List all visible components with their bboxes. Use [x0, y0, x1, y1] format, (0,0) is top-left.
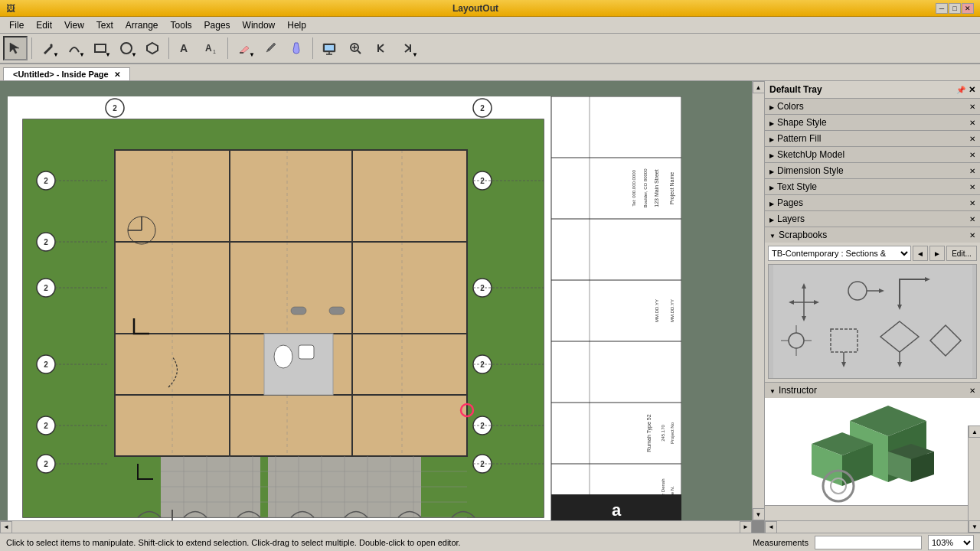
right-panel-hscroll[interactable]: ◄ ► — [765, 520, 980, 533]
colors-close-button[interactable]: ✕ — [969, 103, 975, 111]
pan-right-button[interactable]: ▼ — [395, 36, 420, 60]
vertical-scrollbar[interactable]: ▲ ▼ — [752, 81, 764, 520]
shape-style-close-button[interactable]: ✕ — [969, 119, 975, 127]
document-tab[interactable]: <Untitled> - Inside Page ✕ — [3, 67, 130, 80]
layers-section-header[interactable]: ▶Layers ✕ — [765, 211, 980, 227]
sketchup-section-header[interactable]: ▶SketchUp Model ✕ — [765, 147, 980, 162]
right-scroll-track[interactable] — [969, 438, 980, 520]
pencil-tool-button[interactable]: ▼ — [36, 36, 60, 60]
svg-rect-78 — [329, 307, 345, 315]
svg-text:Tel: 000.000.0000: Tel: 000.000.0000 — [632, 169, 636, 206]
arc-tool-button[interactable]: ▼ — [62, 36, 87, 60]
svg-text:2: 2 — [480, 104, 485, 112]
eraser-tool-button[interactable]: ▼ — [232, 36, 256, 60]
panel-close-button[interactable]: ✕ — [969, 85, 975, 95]
pattern-fill-triangle-icon: ▶ — [769, 136, 774, 143]
svg-text:2: 2 — [44, 177, 48, 185]
instructor-section-header[interactable]: ▼Instructor ✕ — [765, 383, 980, 398]
right-scroll-up[interactable]: ▲ — [969, 425, 980, 438]
scaled-text-tool-button[interactable]: A1 — [199, 36, 224, 60]
svg-rect-136 — [773, 264, 972, 379]
tab-close-button[interactable]: ✕ — [114, 70, 120, 79]
dimension-style-close-button[interactable]: ✕ — [969, 167, 975, 175]
svg-rect-53 — [230, 242, 352, 334]
menu-text[interactable]: Text — [90, 18, 119, 32]
layers-label: Layers — [777, 214, 805, 224]
zoom-tool-button[interactable] — [343, 36, 368, 60]
pan-left-button[interactable] — [369, 36, 394, 60]
svg-text:2: 2 — [113, 104, 117, 112]
scrapbooks-edit-button[interactable]: Edit... — [946, 246, 977, 261]
text-tool-button[interactable]: A — [173, 36, 198, 60]
shape-style-section-header[interactable]: ▶Shape Style ✕ — [765, 115, 980, 130]
pages-section-header[interactable]: ▶Pages ✕ — [765, 195, 980, 210]
menu-arrange[interactable]: Arrange — [119, 18, 165, 32]
svg-rect-46 — [115, 119, 467, 150]
drawing-canvas[interactable]: Project Name 123 Main Street Boulder, CO… — [0, 81, 752, 520]
panel-pin-button[interactable]: 📌 — [956, 86, 965, 94]
tray-section-sketchup: ▶SketchUp Model ✕ — [765, 147, 980, 163]
polygon-tool-button[interactable] — [140, 36, 165, 60]
menu-view[interactable]: View — [58, 18, 90, 32]
shape-style-triangle-icon: ▶ — [769, 120, 774, 127]
eyedropper-tool-button[interactable] — [258, 36, 283, 60]
title-bar: 🖼 LayoutOut ─ □ ✕ — [0, 0, 980, 17]
menu-window[interactable]: Window — [237, 18, 282, 32]
menu-help[interactable]: Help — [281, 18, 312, 32]
measurements-input[interactable] — [815, 536, 922, 549]
svg-text:2: 2 — [480, 177, 485, 185]
maximize-button[interactable]: □ — [949, 3, 961, 14]
scrapbooks-label: Scrapbooks — [779, 230, 827, 240]
menu-edit[interactable]: Edit — [30, 18, 58, 32]
sketchup-close-button[interactable]: ✕ — [969, 151, 975, 159]
tray-section-pages: ▶Pages ✕ — [765, 195, 980, 211]
svg-line-12 — [358, 51, 361, 54]
svg-text:a: a — [612, 500, 622, 520]
scrapbooks-dropdown[interactable]: TB-Contemporary : Sections & TB-Classic — [768, 246, 911, 261]
window-controls[interactable]: ─ □ ✕ — [936, 3, 974, 14]
svg-text:Rumah Type 52: Rumah Type 52 — [646, 414, 652, 452]
scroll-right-button[interactable]: ► — [740, 521, 752, 533]
menu-pages[interactable]: Pages — [198, 18, 237, 32]
fill-tool-button[interactable] — [284, 36, 309, 60]
text-style-triangle-icon: ▶ — [769, 184, 774, 191]
select-tool-button[interactable] — [3, 36, 28, 60]
scroll-up-button[interactable]: ▲ — [753, 81, 765, 93]
dimension-style-section-header[interactable]: ▶Dimension Style ✕ — [765, 163, 980, 178]
pattern-fill-label: Pattern Fill — [777, 133, 821, 144]
circle-tool-button[interactable]: ▼ — [114, 36, 139, 60]
instructor-content — [765, 398, 980, 505]
scrapbooks-next-button[interactable]: ► — [929, 246, 945, 261]
instructor-close-button[interactable]: ✕ — [969, 386, 975, 395]
scrapbooks-prev-button[interactable]: ◄ — [913, 246, 928, 261]
minimize-button[interactable]: ─ — [936, 3, 948, 14]
menu-tools[interactable]: Tools — [165, 18, 198, 32]
horizontal-scrollbar[interactable]: ◄ ► — [0, 520, 752, 533]
svg-text:2: 2 — [44, 284, 48, 292]
zoom-select[interactable]: 103% 100% 75% 50% — [928, 535, 974, 550]
right-hscroll-left[interactable]: ◄ — [765, 521, 777, 533]
pages-close-button[interactable]: ✕ — [969, 199, 975, 207]
tray-section-layers: ▶Layers ✕ — [765, 211, 980, 227]
scrapbooks-section-header[interactable]: ▼Scrapbooks ✕ — [765, 227, 980, 243]
layers-close-button[interactable]: ✕ — [969, 215, 975, 223]
presentation-tool-button[interactable] — [317, 36, 341, 60]
right-panel-body[interactable]: ▶Colors ✕ ▶Shape Style ✕ ▶Pattern Fill ✕ — [765, 99, 980, 520]
close-button[interactable]: ✕ — [962, 3, 974, 14]
pattern-fill-close-button[interactable]: ✕ — [969, 135, 975, 143]
svg-point-80 — [274, 345, 292, 368]
right-scroll-down[interactable]: ▼ — [969, 520, 980, 533]
colors-section-header[interactable]: ▶Colors ✕ — [765, 99, 980, 114]
rectangle-tool-button[interactable]: ▼ — [88, 36, 113, 60]
scroll-down-button[interactable]: ▼ — [753, 508, 765, 520]
pattern-fill-section-header[interactable]: ▶Pattern Fill ✕ — [765, 131, 980, 146]
tray-section-dimension-style: ▶Dimension Style ✕ — [765, 163, 980, 179]
menu-file[interactable]: File — [3, 18, 30, 32]
canvas-area[interactable]: Project Name 123 Main Street Boulder, CO… — [0, 81, 764, 533]
svg-rect-16 — [410, 44, 411, 52]
right-panel-scrollbar[interactable]: ▲ ▼ — [968, 425, 980, 533]
scroll-left-button[interactable]: ◄ — [0, 521, 12, 533]
text-style-close-button[interactable]: ✕ — [969, 183, 975, 191]
scrapbooks-close-button[interactable]: ✕ — [969, 231, 975, 240]
text-style-section-header[interactable]: ▶Text Style ✕ — [765, 179, 980, 194]
